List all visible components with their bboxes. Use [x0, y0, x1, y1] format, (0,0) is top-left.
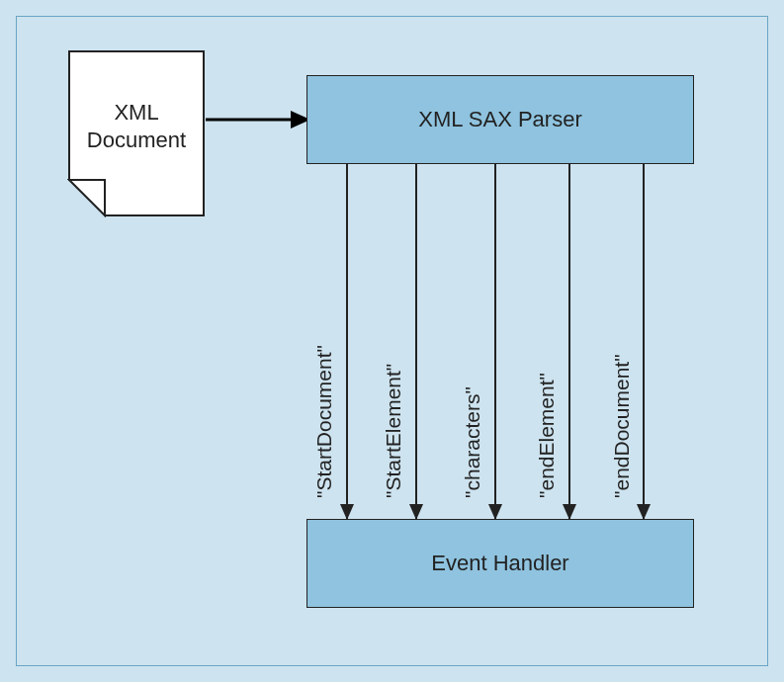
arrow-head-icon — [637, 504, 651, 520]
xml-document-icon: XML Document — [67, 49, 206, 217]
event-label-text: "endDocument" — [610, 354, 634, 498]
parser-label: XML SAX Parser — [418, 107, 581, 132]
handler-label: Event Handler — [431, 551, 568, 576]
arrow-line — [494, 164, 496, 519]
arrow-head-icon — [563, 504, 576, 520]
xml-document-label-line1: XML — [114, 100, 158, 125]
arrow-head-icon — [409, 504, 423, 520]
event-label-text: "characters" — [461, 386, 484, 498]
parser-box: XML SAX Parser — [306, 75, 694, 164]
arrow-line — [415, 164, 417, 519]
arrow-head-icon — [340, 504, 354, 520]
arrow-head-icon — [488, 504, 502, 520]
event-arrow — [346, 164, 348, 519]
event-label-text: "StartElement" — [382, 364, 405, 498]
event-arrow — [568, 164, 570, 519]
event-label-text: "StartDocument" — [312, 345, 336, 498]
event-label-text: "endElement" — [535, 373, 559, 498]
event-arrow — [643, 164, 645, 519]
xml-document-label-line2: Document — [87, 128, 186, 152]
arrow-doc-to-parser — [206, 105, 310, 134]
arrow-line — [568, 164, 570, 519]
xml-document-label: XML Document — [67, 99, 206, 153]
arrow-line — [643, 164, 645, 519]
event-arrow — [494, 164, 496, 519]
event-arrow — [415, 164, 417, 519]
arrow-line — [346, 164, 348, 519]
handler-box: Event Handler — [306, 519, 694, 608]
